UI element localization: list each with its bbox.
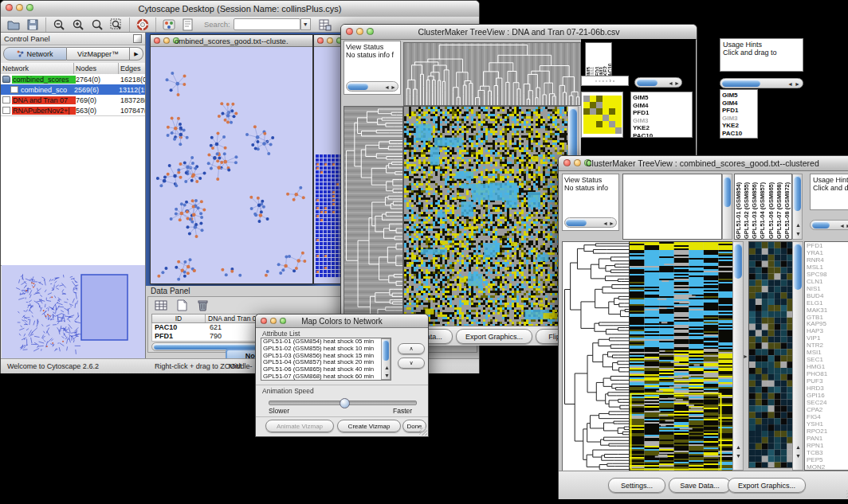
scroll-left-icon[interactable]: ◄	[839, 223, 845, 229]
close-icon[interactable]	[346, 28, 353, 35]
tab-vizmapper[interactable]: VizMapper™	[67, 47, 130, 61]
float-panel-icon[interactable]	[133, 34, 142, 43]
treeview2-titlebar[interactable]: ClusterMaker TreeView : combined_scores_…	[559, 156, 848, 171]
scroll-down-icon[interactable]: ▼	[795, 453, 801, 459]
network-row[interactable]: RNAPuberNov2+| 563(0) 107847(0)	[1, 105, 145, 115]
scroll-down-icon[interactable]: ▼	[384, 373, 390, 378]
save-data-button[interactable]: Save Data...	[669, 478, 731, 493]
col-edges[interactable]: Edges	[119, 63, 145, 74]
scroll-left-icon[interactable]: ◄	[668, 80, 673, 86]
zoom-fit-icon[interactable]	[88, 18, 107, 32]
create-vizmap-button[interactable]: Create Vizmap	[337, 420, 401, 432]
close-icon[interactable]	[154, 37, 160, 44]
scroll-right-icon[interactable]: ►	[795, 81, 800, 87]
treeview2-column-dendrogram-area[interactable]	[622, 174, 722, 240]
scroll-right-icon[interactable]: ►	[391, 84, 396, 90]
search-dropdown-icon[interactable]: ▼	[300, 18, 311, 30]
zoom-out-icon[interactable]	[49, 18, 69, 32]
scroll-up-icon[interactable]: ▲	[736, 444, 741, 450]
main-titlebar[interactable]: Cytoscape Desktop (Session Name: collins…	[1, 1, 479, 18]
treeview1-titlebar[interactable]: ClusterMaker TreeView : DNA and Tran 07-…	[341, 25, 697, 40]
view-status-hscrollbar[interactable]: ◄ ►	[564, 217, 617, 228]
zoom-selected-icon[interactable]	[107, 18, 126, 32]
scroll-left-icon[interactable]: ◄	[787, 81, 793, 87]
vizmapper-icon[interactable]	[159, 18, 179, 32]
scroll-up-icon[interactable]: ▲	[795, 222, 801, 228]
minimize-icon[interactable]	[327, 37, 333, 44]
treeview1-row-dendrogram[interactable]	[344, 106, 403, 327]
network-view-titlebar[interactable]: combined_scores_good.txt--cluste...	[151, 35, 312, 47]
slider-thumb[interactable]	[340, 398, 350, 408]
search-label: Search:	[204, 20, 230, 29]
scroll-right-icon[interactable]: ►	[674, 80, 680, 86]
network-graph-canvas[interactable]	[151, 47, 311, 283]
treeview2-heatmap[interactable]	[629, 241, 734, 472]
attribute-list-item[interactable]: GPL51-07 (GSM868) heat shock 60 min	[261, 373, 391, 381]
tab-network[interactable]: Network	[3, 47, 67, 61]
dialog-titlebar[interactable]: Map Colors to Network	[256, 315, 428, 328]
scroll-right-icon[interactable]: ►	[609, 221, 614, 226]
attribute-table-icon[interactable]	[316, 18, 335, 32]
animation-speed-label: Animation Speed	[262, 387, 314, 395]
animation-speed-slider[interactable]	[269, 400, 417, 405]
treeview2-heatmap-vscrollbar[interactable]: ▲ ▼	[732, 241, 744, 471]
slower-label: Slower	[269, 407, 289, 415]
open-session-button[interactable]	[4, 18, 23, 32]
close-icon[interactable]	[563, 159, 571, 166]
delete-attribute-icon[interactable]	[193, 298, 212, 312]
scroll-up-icon[interactable]: ▲	[795, 444, 801, 450]
col-nodes[interactable]: Nodes	[74, 63, 119, 74]
attribute-select-icon[interactable]	[151, 298, 171, 312]
resize-grip[interactable]	[419, 428, 427, 436]
treeview2-row-dendrogram[interactable]	[562, 241, 630, 472]
tab-overflow-button[interactable]: ▶	[130, 47, 143, 61]
scroll-up-icon[interactable]: ▲	[384, 365, 390, 370]
zoom-in-icon[interactable]	[69, 18, 88, 32]
animate-vizmap-button[interactable]: Animate Vizmap	[265, 420, 334, 432]
scroll-down-icon[interactable]: ▼	[736, 453, 741, 459]
fragment-hscrollbar[interactable]: ◄ ►	[720, 78, 803, 88]
treeview1-heatmap[interactable]	[403, 106, 568, 327]
network-row[interactable]: combined_sco 2569(6) 13112(15)	[1, 84, 145, 95]
move-down-button[interactable]: ∨	[398, 357, 425, 369]
help-lifebuoy-icon[interactable]	[133, 18, 152, 32]
view-status-hscrollbar[interactable]: ◄ ►	[346, 81, 398, 92]
move-up-button[interactable]: ∧	[398, 343, 425, 354]
save-session-button[interactable]	[23, 18, 42, 32]
treeview1-mini-toolbar[interactable]: ◦ ◦ ▫ ◦ › ▫	[581, 76, 629, 86]
close-icon[interactable]	[317, 37, 324, 44]
scroll-left-icon[interactable]: ◄	[603, 221, 608, 226]
minimize-icon[interactable]	[270, 318, 277, 324]
network-row[interactable]: DNA and Tran 07 769(0) 183728(0)	[1, 95, 145, 105]
minimize-icon[interactable]	[163, 37, 170, 44]
network-edges-count: 16218(0)	[120, 76, 145, 84]
col-id[interactable]: ID	[152, 315, 206, 322]
treeview1-column-dendrogram[interactable]	[403, 42, 581, 106]
search-input[interactable]	[234, 18, 300, 30]
scroll-down-icon[interactable]: ▼	[795, 231, 801, 236]
close-icon[interactable]	[261, 318, 267, 324]
splitter-arrow-icon[interactable]: ►	[743, 354, 748, 359]
new-attribute-icon[interactable]	[172, 298, 191, 312]
treeview2-usage-hscrollbar[interactable]: ◄ ►	[810, 220, 848, 230]
network-row[interactable]: combined_scores 2764(0) 16218(0)	[1, 74, 145, 84]
minimize-icon[interactable]	[16, 4, 23, 11]
treeview1-title: ClusterMaker TreeView : DNA and Tran 07-…	[365, 25, 673, 39]
scroll-left-icon[interactable]: ◄	[384, 84, 390, 90]
annotation-icon[interactable]	[179, 18, 198, 32]
attribute-list-vscrollbar[interactable]: ▲ ▼	[381, 338, 391, 380]
export-graphics-button[interactable]: Export Graphics...	[728, 478, 806, 493]
minimize-icon[interactable]	[356, 28, 363, 35]
network-overview-thumbnail[interactable]	[2, 265, 145, 358]
close-icon[interactable]	[6, 4, 13, 11]
export-graphics-button[interactable]: Export Graphics...	[456, 329, 532, 344]
treeview1-zoom-hscrollbar[interactable]: ◄ ►	[634, 77, 682, 88]
treeview2-genes-vscrollbar[interactable]: ▲ ▼	[792, 241, 803, 471]
treeview2-zoom-heatmap[interactable]	[748, 241, 794, 468]
treeview2-coldendro-vscrollbar[interactable]	[722, 174, 732, 240]
col-network[interactable]: Network	[1, 63, 74, 74]
correlation-matrix-heatmap[interactable]	[583, 96, 622, 134]
settings-button[interactable]: Settings...	[608, 478, 665, 493]
minimize-icon[interactable]	[574, 159, 581, 166]
treeview2-collabel-vscrollbar[interactable]: ▲ ▼	[792, 174, 803, 240]
